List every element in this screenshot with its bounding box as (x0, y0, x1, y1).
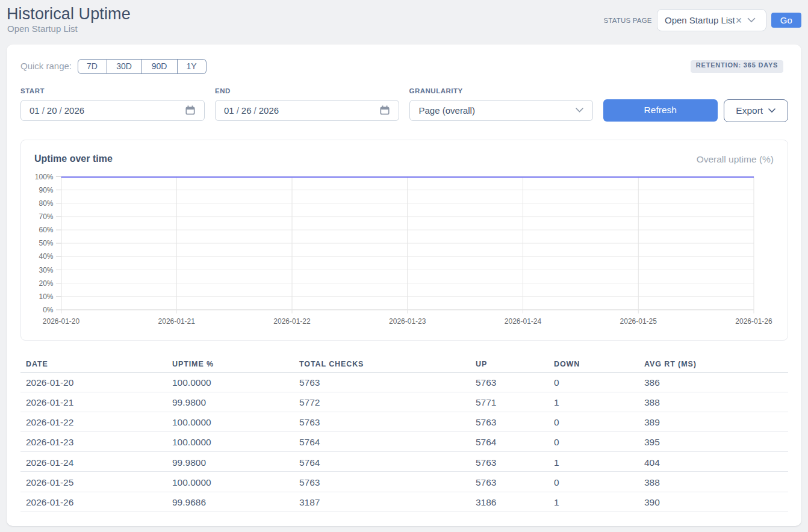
svg-text:20%: 20% (39, 279, 53, 288)
svg-text:30%: 30% (39, 266, 53, 274)
svg-text:40%: 40% (39, 252, 53, 261)
svg-text:70%: 70% (39, 212, 53, 221)
svg-text:2026-01-22: 2026-01-22 (273, 317, 311, 326)
svg-text:0%: 0% (43, 306, 54, 314)
svg-text:2026-01-23: 2026-01-23 (389, 317, 426, 326)
svg-text:60%: 60% (39, 226, 53, 234)
svg-text:10%: 10% (39, 292, 53, 301)
svg-text:2026-01-21: 2026-01-21 (158, 317, 195, 326)
svg-text:90%: 90% (39, 186, 53, 194)
svg-text:100%: 100% (34, 173, 53, 181)
svg-text:2026-01-26: 2026-01-26 (735, 317, 772, 326)
svg-text:2026-01-24: 2026-01-24 (504, 317, 541, 326)
svg-text:50%: 50% (39, 239, 53, 247)
svg-text:2026-01-20: 2026-01-20 (42, 317, 79, 326)
svg-text:80%: 80% (39, 199, 53, 208)
svg-text:2026-01-25: 2026-01-25 (620, 317, 657, 326)
